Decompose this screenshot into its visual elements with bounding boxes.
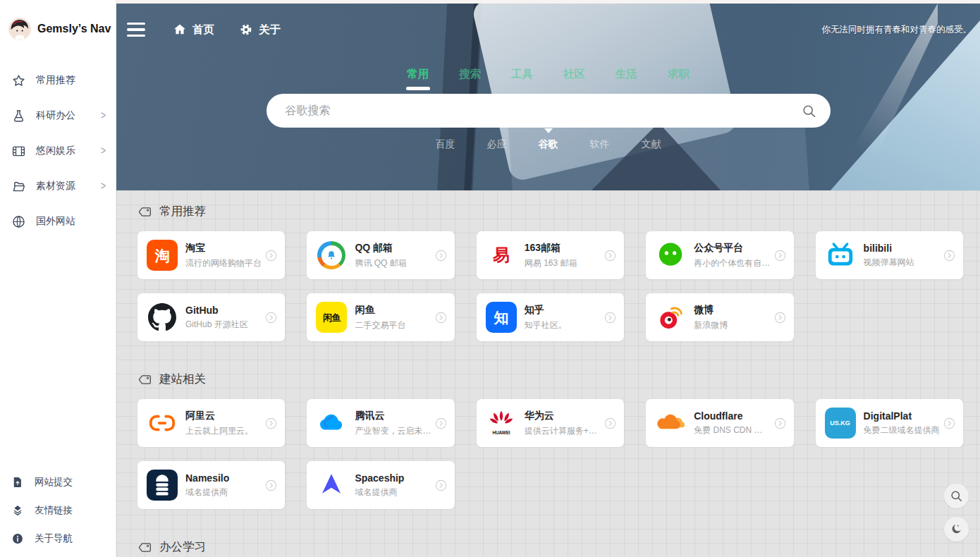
chevron-right-circle-icon xyxy=(264,479,278,492)
card-title: QQ 邮箱 xyxy=(355,242,431,255)
card-huawei-cloud[interactable]: HUAWEI华为云提供云计算服务+智能，见… xyxy=(477,399,624,447)
qq-mail-icon xyxy=(316,240,347,271)
chevron-right-circle-icon xyxy=(604,311,617,324)
chevron-right-circle-icon xyxy=(264,249,278,262)
floating-buttons xyxy=(944,484,969,541)
card-taobao[interactable]: 淘淘宝流行的网络购物平台 xyxy=(137,231,285,279)
sidebar: Gemsly’s Nav 常用推荐科研办公>悠闲娱乐>素材资源>国外网站 网站提… xyxy=(0,0,116,557)
search-icon[interactable] xyxy=(802,104,816,118)
engine-tab-literature[interactable]: 文献 xyxy=(642,138,661,151)
section-title-label: 常用推荐 xyxy=(159,204,206,219)
chevron-right-icon: > xyxy=(101,145,106,157)
tag-icon xyxy=(137,372,152,387)
sidebar-item-recommend[interactable]: 常用推荐 xyxy=(0,63,116,98)
sidebar-footer-about-nav[interactable]: 关于导航 xyxy=(0,525,116,553)
engine-tab-bing[interactable]: 必应 xyxy=(487,138,507,151)
card-wechat-mp[interactable]: 公众号平台再小的个体也有自己的品牌 xyxy=(646,231,793,279)
card-title: 知乎 xyxy=(525,304,601,317)
engine-tab-baidu[interactable]: 百度 xyxy=(436,138,455,151)
card-alicloud[interactable]: 阿里云上云就上阿里云。 xyxy=(137,399,285,447)
sidebar-item-research-office[interactable]: 科研办公> xyxy=(0,98,116,133)
wechat-mp-icon xyxy=(655,240,686,271)
card-cloudflare[interactable]: Cloudflare免费 DNS CDN 服务提供商 xyxy=(646,399,793,447)
home-icon xyxy=(173,23,187,37)
fab-search[interactable] xyxy=(944,484,969,508)
category-tab-tools[interactable]: 工具 xyxy=(511,67,533,82)
card-title: DigitalPlat xyxy=(864,410,940,422)
card-text: GitHubGitHub 开源社区 xyxy=(185,305,262,331)
card-desc: 视频弹幕网站 xyxy=(864,257,940,269)
sidebar-footer-friend-links[interactable]: 友情链接 xyxy=(0,496,116,525)
section-title-office-study: 办公学习 xyxy=(137,540,963,554)
tag-icon xyxy=(137,540,152,555)
sidebar-menu: 常用推荐科研办公>悠闲娱乐>素材资源>国外网站 xyxy=(0,63,116,239)
card-namesilo[interactable]: Namesilo域名提供商 xyxy=(137,461,285,509)
content-area: 常用推荐淘淘宝流行的网络购物平台QQ 邮箱腾讯 QQ 邮箱易163邮箱网易 16… xyxy=(116,190,980,557)
card-text: DigitalPlat免费二级域名提供商 xyxy=(864,410,940,436)
card-zhihu[interactable]: 知知乎知乎社区。 xyxy=(477,293,624,341)
search-box xyxy=(267,94,831,128)
card-digitalplat[interactable]: US.KGNICDigitalPlat免费二级域名提供商 xyxy=(816,399,963,447)
card-tencent-cloud[interactable]: 腾讯云产业智变，云启未来。 xyxy=(307,399,454,447)
gear-icon xyxy=(239,23,253,37)
category-tab-jobs[interactable]: 求职 xyxy=(668,67,690,82)
chevron-right-circle-icon xyxy=(264,311,278,324)
category-tab-community[interactable]: 社区 xyxy=(563,67,585,82)
card-xianyu[interactable]: 闲鱼闲鱼二手交易平台 xyxy=(307,293,454,341)
hamburger-menu-icon[interactable] xyxy=(127,20,148,39)
card-title: 华为云 xyxy=(525,410,601,422)
card-desc: 二手交易平台 xyxy=(355,319,431,331)
sidebar-footer-site-submit[interactable]: 网站提交 xyxy=(0,468,116,496)
category-tab-common[interactable]: 常用 xyxy=(407,67,429,82)
card-desc: 新浪微博 xyxy=(694,319,770,331)
info-icon xyxy=(11,532,24,545)
chevron-right-circle-icon xyxy=(434,479,448,492)
alicloud-icon xyxy=(147,408,178,439)
card-text: 163邮箱网易 163 邮箱 xyxy=(525,242,601,269)
fab-dark-mode[interactable] xyxy=(944,517,969,541)
engine-tabs: 百度必应谷歌软件文献 xyxy=(116,138,980,151)
search-input[interactable] xyxy=(286,104,802,117)
category-tabs: 常用搜索工具社区生活求职 xyxy=(116,67,980,82)
sidebar-item-foreign-sites[interactable]: 国外网站 xyxy=(0,204,116,239)
card-desc: 再小的个体也有自己的品牌 xyxy=(694,257,770,269)
nav-home-label: 首页 xyxy=(192,23,214,37)
sidebar-item-label: 国外网站 xyxy=(36,215,75,228)
star-icon xyxy=(11,73,26,88)
nav-about[interactable]: 关于 xyxy=(239,23,281,37)
card-title: 淘宝 xyxy=(185,242,262,255)
topbar: 首页 关于 你无法同时拥有青春和对青春的感受。 xyxy=(116,13,980,46)
card-163-mail[interactable]: 易163邮箱网易 163 邮箱 xyxy=(477,231,624,279)
folder-icon xyxy=(11,179,26,194)
card-qq-mail[interactable]: QQ 邮箱腾讯 QQ 邮箱 xyxy=(307,231,454,279)
nav-about-label: 关于 xyxy=(259,23,281,37)
chevron-right-circle-icon xyxy=(604,417,617,430)
card-desc: 免费 DNS CDN 服务提供商 xyxy=(694,424,770,436)
digitalplat-icon: US.KGNIC xyxy=(825,408,856,439)
nav-home[interactable]: 首页 xyxy=(173,23,214,37)
card-github[interactable]: GitHubGitHub 开源社区 xyxy=(137,293,285,341)
chevron-right-circle-icon xyxy=(434,249,448,262)
hero-quote: 你无法同时拥有青春和对青春的感受。 xyxy=(822,24,972,36)
category-tab-life[interactable]: 生活 xyxy=(615,67,637,82)
card-text: 华为云提供云计算服务+智能，见… xyxy=(525,410,601,437)
card-weibo[interactable]: 微博新浪微博 xyxy=(646,293,793,341)
card-desc: GitHub 开源社区 xyxy=(185,319,262,331)
card-bilibili[interactable]: bilibili视频弹幕网站 xyxy=(816,231,963,279)
site-logo[interactable]: Gemsly’s Nav xyxy=(0,0,116,53)
sidebar-item-leisure[interactable]: 悠闲娱乐> xyxy=(0,133,116,169)
chevron-right-circle-icon xyxy=(434,311,448,324)
card-desc: 免费二级域名提供商 xyxy=(864,424,940,436)
sidebar-item-materials[interactable]: 素材资源> xyxy=(0,169,116,204)
engine-tab-software[interactable]: 软件 xyxy=(590,138,610,151)
chevron-right-icon: > xyxy=(101,180,106,192)
section-office-study: 办公学习 xyxy=(137,540,963,554)
sidebar-item-label: 素材资源 xyxy=(36,180,75,192)
engine-tab-google[interactable]: 谷歌 xyxy=(539,138,558,151)
card-desc: 提供云计算服务+智能，见… xyxy=(525,425,601,437)
card-title: Namesilo xyxy=(185,472,262,484)
card-text: bilibili视频弹幕网站 xyxy=(864,243,940,269)
card-spaceship[interactable]: Spaceship域名提供商 xyxy=(307,461,454,509)
card-title: 163邮箱 xyxy=(525,242,601,255)
category-tab-search[interactable]: 搜索 xyxy=(459,67,481,82)
